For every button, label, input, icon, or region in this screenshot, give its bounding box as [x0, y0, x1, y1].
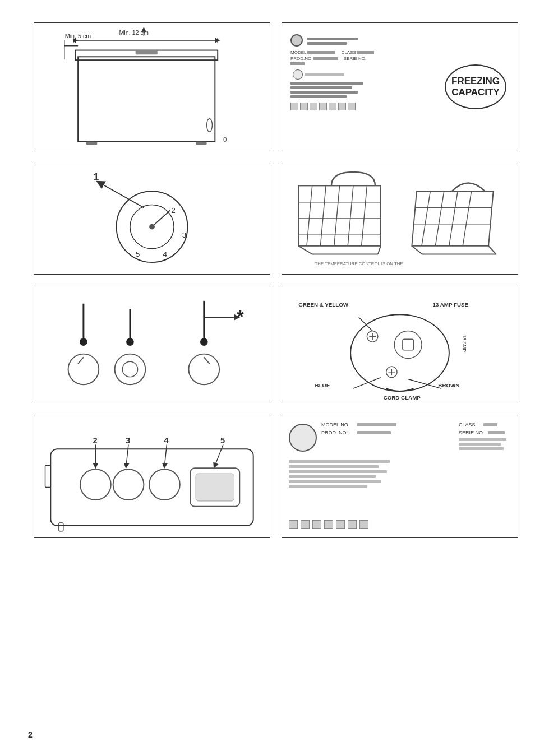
freezing-diagram: MODEL CLASS PROD.NO SERIE NO.: [282, 22, 518, 151]
svg-rect-26: [298, 185, 381, 245]
freezing-capacity-label: FREEZING CAPACITY: [445, 64, 506, 109]
svg-text:2: 2: [171, 206, 176, 215]
svg-line-39: [422, 191, 430, 246]
svg-line-24: [152, 210, 170, 226]
svg-line-45: [411, 246, 423, 254]
svg-text:GREEN & YELLOW: GREEN & YELLOW: [298, 302, 348, 308]
svg-point-92: [80, 469, 111, 500]
svg-text:3: 3: [126, 436, 130, 445]
panel-diagram: 2 3 4 5: [34, 415, 270, 538]
svg-point-59: [115, 354, 146, 385]
svg-line-42: [463, 191, 471, 246]
svg-text:2: 2: [93, 436, 98, 445]
svg-text:1: 1: [93, 171, 99, 183]
svg-point-64: [394, 331, 422, 359]
svg-line-47: [488, 246, 497, 254]
controls-diagram: *: [34, 286, 270, 403]
svg-text:BROWN: BROWN: [438, 382, 459, 388]
svg-line-37: [378, 246, 381, 254]
svg-text:*: *: [237, 307, 244, 327]
class-label: CLASS:: [459, 422, 481, 428]
svg-rect-12: [86, 142, 98, 145]
svg-text:13 AMP FUSE: 13 AMP FUSE: [433, 302, 469, 308]
svg-text:THE TEMPERATURE CONTROL IS ON : THE TEMPERATURE CONTROL IS ON THE: [315, 261, 403, 266]
prod-no-label: PROD. NO.:: [321, 430, 355, 435]
svg-point-52: [126, 338, 134, 346]
svg-point-50: [80, 338, 87, 346]
svg-rect-13: [196, 142, 207, 145]
baskets-diagram: THE TEMPERATURE CONTROL IS ON THE: [282, 163, 518, 275]
svg-point-60: [122, 361, 137, 377]
plug-diagram: GREEN & YELLOW 13 AMP FUSE 13 AMP BLUE B…: [282, 286, 518, 403]
svg-point-63: [350, 314, 449, 391]
svg-text:5: 5: [220, 436, 225, 445]
svg-rect-38: [412, 191, 493, 246]
svg-text:0: 0: [223, 136, 227, 143]
svg-line-29: [334, 185, 340, 245]
svg-point-54: [200, 338, 208, 346]
svg-rect-82: [45, 465, 51, 487]
serie-no-label: SERIE NO.:: [459, 430, 486, 435]
svg-text:4: 4: [164, 436, 169, 445]
svg-line-58: [78, 357, 84, 364]
diagram-grid: Min. 5 cm Min. 12 cm 0: [34, 22, 518, 538]
svg-line-40: [435, 191, 444, 246]
svg-line-28: [320, 185, 326, 245]
svg-point-94: [149, 469, 180, 500]
model-no-label: MODEL NO.: [321, 422, 355, 428]
svg-line-90: [164, 444, 167, 465]
svg-line-35: [298, 246, 312, 254]
svg-rect-65: [403, 339, 414, 350]
rating-label-diagram: MODEL NO. PROD. NO.: CLASS: SERI: [282, 415, 518, 538]
label-right-block: CLASS: SERIE NO.:: [459, 422, 509, 452]
svg-text:3: 3: [182, 231, 187, 239]
fridge-diagram: Min. 5 cm Min. 12 cm 0: [34, 22, 270, 151]
page: Min. 5 cm Min. 12 cm 0: [0, 0, 535, 756]
svg-point-61: [188, 354, 219, 385]
svg-line-16: [100, 183, 144, 208]
svg-line-30: [348, 185, 353, 245]
svg-rect-83: [59, 523, 63, 531]
svg-line-89: [126, 444, 128, 465]
svg-text:BLUE: BLUE: [315, 382, 330, 388]
svg-line-78: [408, 379, 441, 389]
svg-point-11: [207, 119, 213, 132]
svg-rect-15: [136, 50, 158, 55]
svg-line-27: [307, 185, 312, 245]
page-number: 2: [28, 730, 33, 739]
svg-line-31: [362, 185, 367, 245]
label-bottom-squares: [289, 520, 368, 529]
svg-rect-0: [78, 57, 215, 141]
svg-line-41: [449, 191, 458, 246]
dial-diagram: 1 2 3 4 5: [34, 163, 270, 275]
svg-text:5: 5: [136, 250, 140, 258]
rating-circle: [289, 424, 317, 452]
svg-point-25: [149, 224, 155, 230]
svg-rect-96: [196, 474, 234, 501]
label-lines-left: [289, 460, 390, 490]
svg-text:4: 4: [163, 250, 168, 258]
svg-line-91: [215, 444, 223, 465]
svg-line-62: [204, 357, 210, 364]
svg-text:CORD CLAMP: CORD CLAMP: [384, 395, 421, 401]
label-text-block: MODEL NO. PROD. NO.:: [321, 422, 396, 438]
svg-text:13 AMP: 13 AMP: [462, 335, 467, 352]
svg-text:Min. 5 cm: Min. 5 cm: [65, 33, 91, 39]
svg-point-93: [113, 469, 144, 500]
svg-point-57: [68, 354, 99, 385]
